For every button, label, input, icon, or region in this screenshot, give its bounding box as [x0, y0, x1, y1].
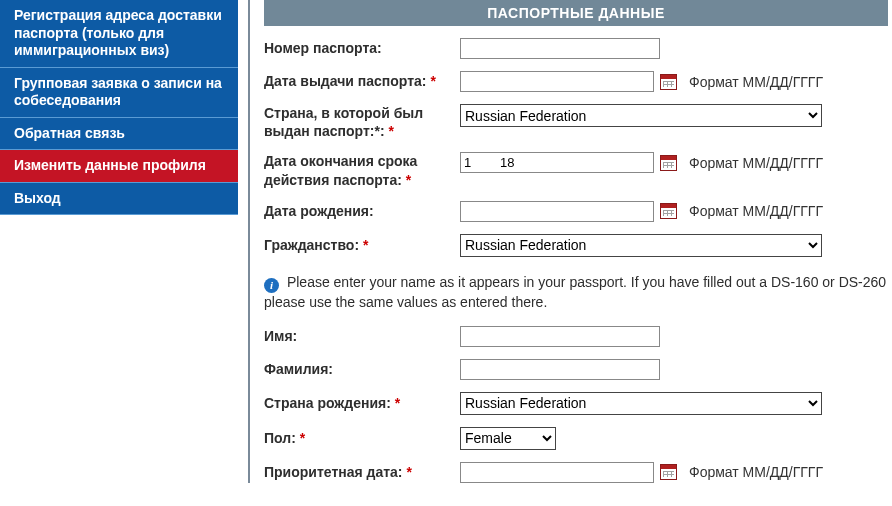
citizenship-select[interactable]: Russian Federation — [460, 234, 822, 257]
issue-date-input[interactable] — [460, 71, 654, 92]
label-issue-country: Страна, в которой был выдан паспорт:*: * — [264, 104, 460, 140]
date-format-hint: Формат ММ/ДД/ГГГГ — [689, 203, 823, 219]
nav-passport-delivery[interactable]: Регистрация адреса доставки паспорта (то… — [0, 0, 238, 68]
date-format-hint: Формат ММ/ДД/ГГГГ — [689, 155, 823, 171]
label-citizenship: Гражданство: * — [264, 236, 460, 254]
label-passport-number: Номер паспорта: — [264, 39, 460, 57]
priority-date-input[interactable] — [460, 462, 654, 483]
passport-form: Номер паспорта: Дата выдачи паспорта: * … — [264, 26, 888, 483]
calendar-icon[interactable] — [660, 155, 677, 171]
label-priority-date: Приоритетная дата: * — [264, 463, 460, 481]
nav-group-appointment[interactable]: Групповая заявка о записи на собеседован… — [0, 68, 238, 118]
passport-number-input[interactable] — [460, 38, 660, 59]
label-birth-country: Страна рождения: * — [264, 394, 460, 412]
date-format-hint: Формат ММ/ДД/ГГГГ — [689, 464, 823, 480]
label-issue-date: Дата выдачи паспорта: * — [264, 72, 460, 90]
name-info-note: i Please enter your name as it appears i… — [264, 269, 888, 326]
calendar-icon[interactable] — [660, 74, 677, 90]
nav-edit-profile[interactable]: Изменить данные профиля — [0, 150, 238, 183]
last-name-input[interactable] — [460, 359, 660, 380]
label-first-name: Имя: — [264, 327, 460, 345]
gender-select[interactable]: Female — [460, 427, 556, 450]
first-name-input[interactable] — [460, 326, 660, 347]
calendar-icon[interactable] — [660, 203, 677, 219]
expiry-date-input[interactable] — [460, 152, 654, 173]
label-expiry-date: Дата окончания срока действия паспорта: … — [264, 152, 460, 188]
info-icon: i — [264, 278, 279, 293]
birth-date-input[interactable] — [460, 201, 654, 222]
label-gender: Пол: * — [264, 429, 460, 447]
nav-feedback[interactable]: Обратная связь — [0, 118, 238, 151]
sidebar: Регистрация адреса доставки паспорта (то… — [0, 0, 238, 495]
issue-country-select[interactable]: Russian Federation — [460, 104, 822, 127]
label-last-name: Фамилия: — [264, 360, 460, 378]
nav-logout[interactable]: Выход — [0, 183, 238, 216]
label-birth-date: Дата рождения: — [264, 202, 460, 220]
date-format-hint: Формат ММ/ДД/ГГГГ — [689, 74, 823, 90]
calendar-icon[interactable] — [660, 464, 677, 480]
panel-title: ПАСПОРТНЫЕ ДАННЫЕ — [264, 0, 888, 26]
birth-country-select[interactable]: Russian Federation — [460, 392, 822, 415]
